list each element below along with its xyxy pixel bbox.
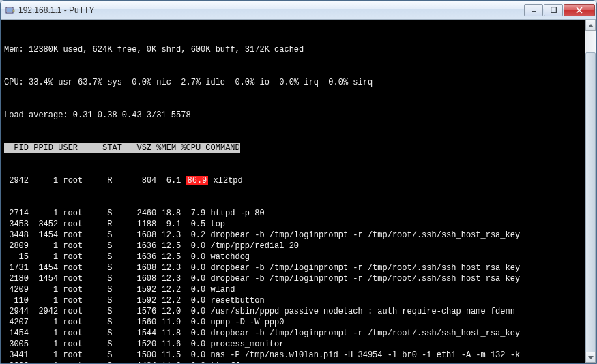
close-button[interactable] [564,4,595,16]
load-line: Load average: 0.31 0.38 0.43 3/31 5578 [4,110,593,121]
process-row: 2809 1 root S 1636 12.5 0.0 /tmp/ppp/red… [4,241,593,252]
scroll-up-button[interactable] [585,20,596,31]
process-row: 4207 1 root S 1560 11.9 0.0 upnp -D -W p… [4,317,593,328]
process-row: 2714 1 root S 2460 18.8 7.9 httpd -p 80 [4,208,593,219]
cpu-line: CPU: 33.4% usr 63.7% sys 0.0% nic 2.7% i… [4,77,593,88]
process-row: 110 1 root S 1592 12.2 0.0 resetbutton [4,295,593,306]
minimize-button[interactable] [524,4,543,16]
process-row: 1731 1454 root S 1608 12.3 0.0 dropbear … [4,262,593,273]
process-row: 3005 1 root S 1520 11.6 0.0 process_moni… [4,339,593,350]
svg-rect-2 [13,10,14,12]
terminal[interactable]: Mem: 12380K used, 624K free, 0K shrd, 60… [1,20,596,363]
process-row: 3448 1454 root S 1608 12.3 0.2 dropbear … [4,230,593,241]
process-row: 15 1 root S 1636 12.5 0.0 watchdog [4,252,593,262]
maximize-button[interactable] [544,4,563,16]
scroll-thumb[interactable] [585,52,596,363]
titlebar[interactable]: 192.168.1.1 - PuTTY [1,1,596,20]
window-controls [524,4,595,16]
process-row: 3441 1 root S 1500 11.5 0.0 nas -P /tmp/… [4,350,593,361]
process-table: 2714 1 root S 2460 18.8 7.9 httpd -p 80 … [4,208,593,363]
process-row: 3453 3452 root R 1188 9.1 0.5 top [4,219,593,230]
scrollbar[interactable] [585,20,596,363]
svg-rect-3 [532,11,536,12]
process-row: 1454 1 root S 1544 11.8 0.0 dropbear -b … [4,328,593,339]
scroll-track[interactable] [585,31,596,352]
scroll-down-button[interactable] [585,352,596,363]
process-header: PID PPID USER STAT VSZ %MEM %CPU COMMAND [4,142,593,153]
window-title: 192.168.1.1 - PuTTY [18,5,524,15]
cpu-highlight: 86.9 [186,176,209,185]
svg-rect-1 [7,8,12,12]
svg-rect-4 [551,7,556,13]
mem-line: Mem: 12380K used, 624K free, 0K shrd, 60… [4,44,593,55]
process-row: 2944 2942 root S 1576 12.0 0.0 /usr/sbin… [4,306,593,317]
process-row: 2180 1454 root S 1608 12.3 0.0 dropbear … [4,273,593,284]
putty-window: 192.168.1.1 - PuTTY Mem: 12380K used, 62… [0,0,597,364]
process-row: 2696 1 root S 1484 11.3 0.0 ttraff [4,361,593,363]
highlighted-process-row: 2942 1 root R 804 6.1 86.9 xl2tpd [4,175,593,186]
putty-icon [5,5,16,16]
process-row: 4209 1 root S 1592 12.2 0.0 wland [4,284,593,295]
